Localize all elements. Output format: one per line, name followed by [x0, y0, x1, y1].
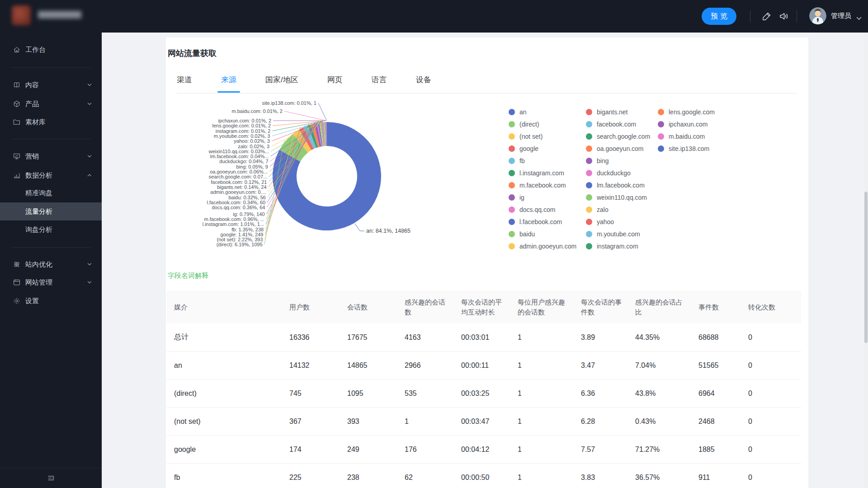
- legend-item-oa.gooeyun.com[interactable]: oa.gooeyun.com: [586, 144, 644, 153]
- product-icon: [13, 100, 21, 108]
- legend-item-admin.gooeyun.com[interactable]: admin.gooeyun.com: [509, 242, 576, 251]
- table-cell: 0: [741, 324, 801, 352]
- legend-item-ipchaxun.com[interactable]: ipchaxun.com: [658, 120, 708, 129]
- website-icon: [13, 278, 21, 286]
- sidebar-item-precise-inquiry[interactable]: 精准询盘: [0, 184, 102, 202]
- legend-item-zalo[interactable]: zalo: [586, 205, 609, 214]
- table-cell: 总计: [167, 324, 282, 352]
- sidebar-item-website-management[interactable]: 网站管理: [0, 273, 102, 292]
- legend-label: l.instagram.com: [519, 169, 564, 177]
- tab-language[interactable]: 语言: [372, 72, 387, 93]
- tab-country-region[interactable]: 国家/地区: [265, 72, 298, 93]
- sidebar-item-label: 营销: [25, 152, 39, 161]
- legend-label: lm.facebook.com: [597, 182, 645, 189]
- legend-dot: [586, 194, 592, 201]
- sidebar-item-site-optimization[interactable]: 站内优化: [0, 255, 102, 274]
- table-cell: 3.83: [574, 464, 628, 488]
- table-cell: 174: [282, 436, 340, 464]
- sidebar-item-traffic-analysis[interactable]: 流量分析: [0, 202, 102, 221]
- legend-label: instagram.com: [597, 243, 638, 250]
- legend-item-yahoo[interactable]: yahoo: [586, 217, 614, 226]
- scrollbar-thumb[interactable]: [864, 192, 868, 343]
- sidebar-item-label: 工作台: [25, 46, 46, 54]
- legend-label: fb: [519, 157, 525, 164]
- legend-item-(not set)[interactable]: (not set): [509, 132, 542, 141]
- table-cell: 00:00:50: [454, 464, 510, 488]
- app-logo[interactable]: [12, 5, 31, 25]
- sidebar-item-content[interactable]: 内容: [0, 75, 102, 94]
- legend-item-lm.facebook.com[interactable]: lm.facebook.com: [586, 181, 645, 190]
- legend-label: weixin110.qq.com: [597, 194, 647, 201]
- chevron-down-icon[interactable]: [856, 14, 862, 18]
- chevron-down-icon: [87, 102, 92, 106]
- preview-button[interactable]: 预览: [702, 8, 736, 25]
- legend-item-l.facebook.com[interactable]: l.facebook.com: [509, 217, 562, 226]
- table-cell: 17675: [340, 324, 397, 352]
- legend-item-site.ip138.com[interactable]: site.ip138.com: [658, 144, 709, 153]
- legend-item-facebook.com[interactable]: facebook.com: [586, 120, 636, 129]
- legend-label: docs.qq.com: [519, 206, 555, 213]
- table-cell: 1: [510, 380, 574, 408]
- sidebar-item-label: 流量分析: [25, 207, 52, 216]
- tab-channel[interactable]: 渠道: [177, 72, 192, 93]
- sidebar-item-marketing[interactable]: 营销: [0, 147, 102, 166]
- table-cell: 535: [397, 380, 454, 408]
- table-header-cell: 感兴趣的会话占比: [628, 291, 691, 324]
- legend-item-l.instagram.com[interactable]: l.instagram.com: [509, 169, 564, 178]
- table-cell: 68688: [691, 324, 741, 352]
- legend-dot: [509, 158, 515, 164]
- tab-source[interactable]: 来源: [221, 72, 236, 93]
- legend-item-m.facebook.com[interactable]: m.facebook.com: [509, 181, 566, 190]
- legend-item-bing[interactable]: bing: [586, 156, 609, 165]
- legend-item-duckduckgo[interactable]: duckduckgo: [586, 169, 631, 178]
- legend-item-m.baidu.com[interactable]: m.baidu.com: [658, 132, 705, 141]
- legend-dot: [586, 206, 592, 213]
- legend-label: admin.gooeyun.com: [519, 243, 576, 250]
- sidebar-item-label: 内容: [25, 81, 39, 89]
- sidebar-item-library[interactable]: 素材库: [0, 113, 102, 131]
- library-icon: [13, 118, 21, 126]
- table-cell: 00:03:01: [454, 324, 510, 352]
- field-glossary-link[interactable]: 字段名词解释: [168, 272, 208, 280]
- speaker-icon[interactable]: [778, 11, 789, 22]
- legend-item-baidu[interactable]: baidu: [509, 230, 535, 239]
- legend-item-an[interactable]: an: [509, 108, 527, 117]
- pen-icon[interactable]: [761, 11, 772, 22]
- brand-name-redacted: [38, 11, 81, 19]
- legend-item-docs.qq.com[interactable]: docs.qq.com: [509, 205, 555, 214]
- home-icon: [13, 46, 21, 54]
- table-row: google17424917600:04:1217.5771.27%18850: [167, 436, 801, 464]
- tab-device[interactable]: 设备: [416, 72, 431, 93]
- sidebar-item-data-analysis[interactable]: 数据分析: [0, 166, 102, 185]
- legend-item-google[interactable]: google: [509, 144, 538, 153]
- legend-item-fb[interactable]: fb: [509, 156, 525, 165]
- menu-fold-icon[interactable]: [0, 468, 102, 488]
- tab-webpage[interactable]: 网页: [327, 72, 343, 93]
- legend-item-(direct)[interactable]: (direct): [509, 120, 539, 129]
- sidebar-item-workbench[interactable]: 工作台: [0, 40, 102, 59]
- chevron-down-icon: [87, 154, 92, 159]
- sidebar-item-inquiry-analysis[interactable]: 询盘分析: [0, 221, 102, 239]
- legend-item-m.youtube.com[interactable]: m.youtube.com: [586, 230, 640, 239]
- legend-dot: [658, 145, 664, 152]
- table-cell: 14132: [282, 352, 340, 380]
- legend-item-weixin110.qq.com[interactable]: weixin110.qq.com: [586, 193, 647, 202]
- table-cell: 0.43%: [628, 408, 691, 436]
- sidebar-item-settings[interactable]: 设置: [0, 291, 102, 310]
- user-menu[interactable]: 管理员: [831, 12, 851, 20]
- table-cell: 393: [340, 408, 397, 436]
- legend-item-ig[interactable]: ig: [509, 193, 524, 202]
- legend-dot: [586, 231, 592, 237]
- legend-item-search.google.com[interactable]: search.google.com: [586, 132, 650, 141]
- avatar-icon[interactable]: [809, 7, 826, 24]
- legend-item-bigants.net[interactable]: bigants.net: [586, 108, 628, 117]
- table-cell: google: [167, 436, 282, 464]
- table-header-cell: 感兴趣的会话数: [397, 291, 454, 324]
- sidebar-item-product[interactable]: 产品: [0, 94, 102, 113]
- legend-dot: [509, 133, 515, 140]
- table-cell: 0: [741, 352, 801, 380]
- legend-item-lens.google.com[interactable]: lens.google.com: [658, 108, 715, 117]
- legend-item-instagram.com[interactable]: instagram.com: [586, 242, 638, 251]
- legend-label: google: [519, 145, 538, 152]
- sidebar-item-label: 询盘分析: [25, 225, 52, 234]
